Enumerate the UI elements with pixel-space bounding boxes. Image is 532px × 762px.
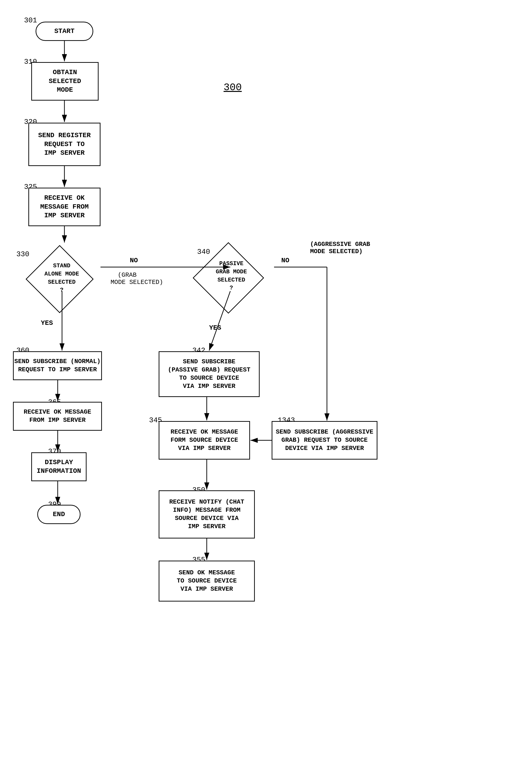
- flowchart-diagram: 300 301 START 310 OBTAIN SELECTED MODE 3…: [0, 0, 532, 762]
- end-node: END: [37, 505, 81, 524]
- svg-text:NO: NO: [130, 257, 138, 264]
- start-node: START: [35, 22, 93, 41]
- node-325: RECEIVE OK MESSAGE FROM IMP SERVER: [29, 188, 100, 226]
- aggressive-grab-label: (AGGRESSIVE GRABMODE SELECTED): [310, 241, 370, 255]
- ref-301: 301: [24, 16, 37, 25]
- node-345: RECEIVE OK MESSAGE FORM SOURCE DEVICE VI…: [159, 421, 250, 460]
- svg-text:YES: YES: [41, 319, 53, 327]
- diamond-330: STAND ALONE MODE SELECTED ?: [19, 243, 100, 315]
- node-360: SEND SUBSCRIBE (NORMAL) REQUEST TO IMP S…: [13, 351, 102, 380]
- svg-text:MODE SELECTED): MODE SELECTED): [110, 279, 163, 286]
- diamond-340: PASSIVE GRAB MODE SELECTED ?: [183, 241, 274, 315]
- svg-text:NO: NO: [281, 257, 290, 264]
- node-365: RECEIVE OK MESSAGE FROM IMP SERVER: [13, 402, 102, 431]
- node-355: SEND OK MESSAGE TO SOURCE DEVICE VIA IMP…: [159, 561, 255, 601]
- node-342: SEND SUBSCRIBE (PASSIVE GRAB) REQUEST TO…: [159, 351, 260, 397]
- svg-text:YES: YES: [209, 324, 221, 332]
- diagram-number: 300: [224, 82, 242, 93]
- node-310: OBTAIN SELECTED MODE: [31, 62, 99, 101]
- node-320: SEND REGISTER REQUEST TO IMP SERVER: [29, 123, 100, 166]
- node-350: RECEIVE NOTIFY (CHAT INFO) MESSAGE FROM …: [159, 491, 255, 538]
- svg-text:(GRAB: (GRAB: [118, 271, 137, 279]
- node-343: SEND SUBSCRIBE (AGGRESSIVE GRAB) REQUEST…: [272, 421, 377, 460]
- arrows-overlay: YES NO (GRAB MODE SELECTED) YES NO: [0, 0, 532, 762]
- node-370: DISPLAY INFORMATION: [31, 452, 87, 481]
